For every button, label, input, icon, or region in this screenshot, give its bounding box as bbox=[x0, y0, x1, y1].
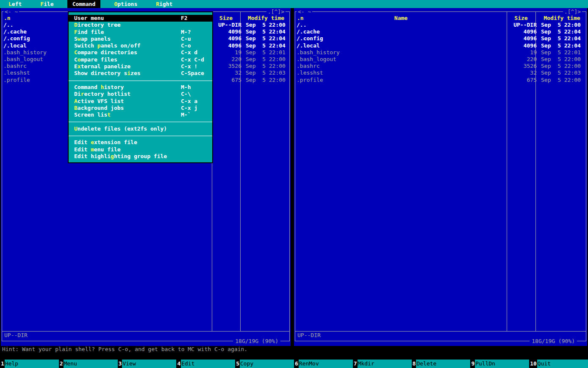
menu-item-edit-extension-file[interactable]: Edit extension file bbox=[69, 139, 212, 146]
menu-item-switch-panels-on-off[interactable]: Switch panels on/offC-o bbox=[69, 42, 212, 49]
file-size: 19 bbox=[508, 49, 538, 56]
fkey-label: Menu bbox=[64, 360, 118, 368]
file-row[interactable]: /.config4096Sep 5 22:04 bbox=[295, 35, 586, 42]
file-mtime: Sep 5 22:00 bbox=[243, 22, 289, 28]
menu-item-edit-menu-file[interactable]: Edit menu file bbox=[69, 146, 212, 153]
menu-item-swap-panels[interactable]: Swap panelsC-u bbox=[69, 36, 212, 42]
menu-item-background-jobs[interactable]: Background jobsC-x j bbox=[69, 105, 212, 112]
menu-item-external-panelize[interactable]: External panelizeC-x ! bbox=[69, 63, 212, 70]
mini-separator bbox=[2, 331, 289, 332]
fkey-label: Quit bbox=[537, 360, 588, 368]
file-mtime: Sep 5 22:04 bbox=[538, 42, 586, 49]
file-mtime: Sep 5 22:00 bbox=[538, 77, 586, 84]
fkey-mkdir[interactable]: 7Mkdir bbox=[353, 360, 412, 368]
column-header-size[interactable]: Size bbox=[507, 15, 535, 22]
mini-separator bbox=[295, 331, 586, 332]
fkey-number: 1 bbox=[0, 360, 5, 368]
menu-shortcut: C-x j bbox=[181, 105, 209, 112]
fkey-menu[interactable]: 2Menu bbox=[59, 360, 118, 368]
file-row[interactable]: .profile675Sep 5 22:00 bbox=[295, 77, 586, 84]
menu-item-directory-hotlist[interactable]: Directory hotlistC-\ bbox=[69, 91, 212, 98]
panel-view-controls[interactable]: .[^]> bbox=[266, 8, 286, 15]
file-mtime: Sep 5 22:04 bbox=[538, 35, 586, 42]
fkey-quit[interactable]: 10Quit bbox=[529, 360, 588, 368]
menubar-item-right[interactable]: Right bbox=[151, 0, 178, 8]
menu-item-undelete-files-ext2fs-only[interactable]: Undelete files (ext2fs only) bbox=[69, 125, 212, 132]
sort-marker[interactable]: .n bbox=[297, 15, 304, 22]
fkey-number: 5 bbox=[235, 360, 240, 368]
panel-header: .nName Size Modify time bbox=[295, 15, 586, 22]
file-size: 4096 bbox=[508, 35, 538, 42]
free-space: 18G/19G (90%) bbox=[233, 338, 280, 345]
fkey-delete[interactable]: 8Delete bbox=[412, 360, 471, 368]
fkey-renmov[interactable]: 6RenMov bbox=[294, 360, 353, 368]
menu-shortcut bbox=[181, 146, 209, 153]
menu-shortcut: M-? bbox=[181, 29, 209, 36]
file-row[interactable]: .bash_history19Sep 5 22:01 bbox=[295, 49, 586, 56]
menu-item-screen-list[interactable]: Screen listM-` bbox=[69, 112, 212, 118]
hint-line: Hint: Want your plain shell? Press C-o, … bbox=[2, 346, 247, 353]
column-header-name[interactable]: Name bbox=[394, 15, 408, 21]
menu-shortcut: C-o bbox=[181, 42, 209, 49]
menubar-item-file[interactable]: File bbox=[35, 0, 58, 8]
menu-item-command-history[interactable]: Command historyM-h bbox=[69, 84, 212, 91]
file-mtime: Sep 5 22:04 bbox=[243, 35, 289, 42]
file-row[interactable]: /.cache4096Sep 5 22:04 bbox=[295, 28, 586, 35]
file-row[interactable]: /..UP--DIRSep 5 22:00 bbox=[295, 22, 586, 28]
menu-shortcut: M-` bbox=[181, 112, 209, 118]
panel-path[interactable]: <- ~ bbox=[297, 8, 312, 15]
menubar-item-command[interactable]: Command bbox=[67, 0, 101, 8]
menu-item-find-file[interactable]: Find fileM-? bbox=[69, 29, 212, 36]
fkey-pulldn[interactable]: 9PullDn bbox=[470, 360, 529, 368]
column-header-mtime[interactable]: Modify time bbox=[535, 15, 586, 22]
menu-shortcut bbox=[181, 125, 209, 132]
menu-item-user-menu[interactable]: User menuF2 bbox=[69, 15, 212, 22]
file-mtime: Sep 5 22:00 bbox=[538, 63, 586, 70]
column-header-size[interactable]: Size bbox=[212, 15, 240, 22]
file-mtime: Sep 5 22:01 bbox=[243, 49, 289, 56]
command-menu-dropdown: User menuF2Directory treeFind fileM-?Swa… bbox=[68, 11, 213, 163]
mini-status: UP--DIR bbox=[297, 332, 321, 339]
fkey-number: 7 bbox=[353, 360, 358, 368]
menu-separator bbox=[69, 77, 212, 84]
file-size: 4096 bbox=[508, 42, 538, 49]
menu-shortcut: C-x ! bbox=[181, 63, 209, 70]
menu-item-directory-tree[interactable]: Directory tree bbox=[69, 22, 212, 28]
fkey-copy[interactable]: 5Copy bbox=[235, 360, 294, 368]
menu-item-compare-directories[interactable]: Compare directoriesC-x d bbox=[69, 49, 212, 56]
sort-marker[interactable]: .n bbox=[4, 15, 11, 22]
menu-shortcut: C-x C-d bbox=[181, 56, 209, 63]
file-row[interactable]: .lesshst32Sep 5 22:03 bbox=[295, 70, 586, 76]
menu-item-active-vfs-list[interactable]: Active VFS listC-x a bbox=[69, 98, 212, 105]
menubar-item-options[interactable]: Options bbox=[109, 0, 142, 8]
menu-item-compare-files[interactable]: Compare filesC-x C-d bbox=[69, 56, 212, 63]
file-mtime: Sep 5 22:03 bbox=[243, 70, 289, 76]
fkey-number: 4 bbox=[176, 360, 181, 368]
fkey-help[interactable]: 1Help bbox=[0, 360, 59, 368]
file-name: /.. bbox=[295, 22, 508, 28]
file-row[interactable]: .bash_logout220Sep 5 22:00 bbox=[295, 56, 586, 63]
file-row[interactable]: /.local4096Sep 5 22:04 bbox=[295, 42, 586, 49]
menu-bar: LeftFileCommandOptionsRight bbox=[0, 0, 588, 8]
panel-path[interactable]: <- ~ bbox=[3, 8, 19, 15]
menu-item-edit-highlighting-group-file[interactable]: Edit highlighting group file bbox=[69, 153, 212, 160]
fkey-label: RenMov bbox=[299, 360, 353, 368]
file-list: /..UP--DIRSep 5 22:00/.cache4096Sep 5 22… bbox=[295, 22, 586, 84]
file-name: .lesshst bbox=[295, 70, 508, 76]
fkey-view[interactable]: 3View bbox=[118, 360, 177, 368]
file-name: .bash_history bbox=[295, 49, 508, 56]
file-size: 19 bbox=[213, 49, 243, 56]
file-mtime: Sep 5 22:04 bbox=[243, 42, 289, 49]
file-size: 4096 bbox=[508, 28, 538, 35]
menu-shortcut: C-x d bbox=[181, 49, 209, 56]
fkey-edit[interactable]: 4Edit bbox=[176, 360, 235, 368]
file-size: 32 bbox=[213, 70, 243, 76]
panel-view-controls[interactable]: .[^]> bbox=[563, 8, 582, 15]
column-header-mtime[interactable]: Modify time bbox=[240, 15, 289, 22]
file-size: 220 bbox=[508, 56, 538, 63]
file-mtime: Sep 5 22:00 bbox=[538, 22, 586, 28]
file-mtime: Sep 5 22:01 bbox=[538, 49, 586, 56]
menubar-item-left[interactable]: Left bbox=[3, 0, 27, 8]
menu-item-show-directory-sizes[interactable]: Show directory sizesC-Space bbox=[69, 70, 212, 77]
file-row[interactable]: .bashrc3526Sep 5 22:00 bbox=[295, 63, 586, 70]
